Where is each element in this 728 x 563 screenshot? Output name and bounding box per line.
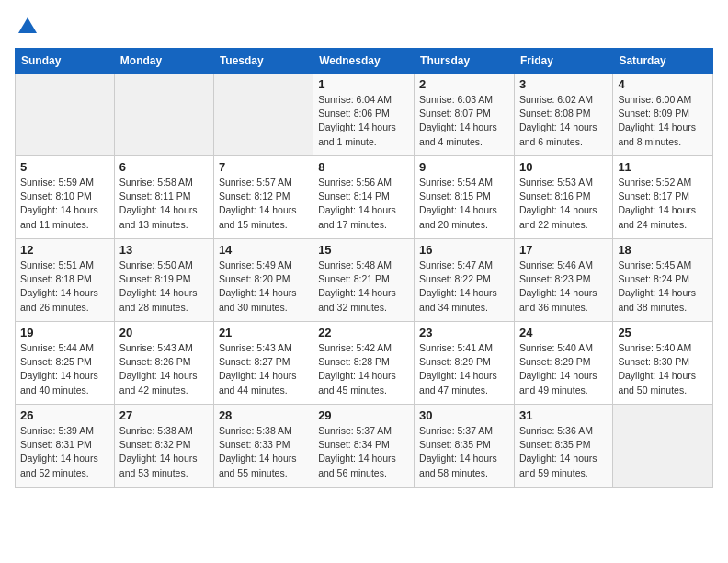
day-detail: Sunrise: 5:45 AM Sunset: 8:24 PM Dayligh… <box>618 259 708 315</box>
day-detail: Sunrise: 5:38 AM Sunset: 8:33 PM Dayligh… <box>219 424 308 480</box>
day-number: 25 <box>618 326 708 339</box>
day-detail: Sunrise: 5:37 AM Sunset: 8:34 PM Dayligh… <box>318 424 409 480</box>
day-detail: Sunrise: 6:02 AM Sunset: 8:08 PM Dayligh… <box>519 93 608 149</box>
day-number: 8 <box>318 160 409 174</box>
day-detail: Sunrise: 5:50 AM Sunset: 8:19 PM Dayligh… <box>119 259 209 315</box>
day-of-week-header: Tuesday <box>213 49 313 74</box>
calendar-day-cell: 5Sunrise: 5:59 AM Sunset: 8:10 PM Daylig… <box>16 156 115 239</box>
day-detail: Sunrise: 5:38 AM Sunset: 8:32 PM Dayligh… <box>119 424 209 480</box>
day-number: 17 <box>519 243 608 257</box>
day-detail: Sunrise: 5:41 AM Sunset: 8:29 PM Dayligh… <box>419 341 509 397</box>
day-number: 19 <box>20 326 109 339</box>
day-number: 4 <box>618 77 708 91</box>
calendar-day-cell: 31Sunrise: 5:36 AM Sunset: 8:35 PM Dayli… <box>514 405 612 488</box>
calendar-day-cell: 9Sunrise: 5:54 AM Sunset: 8:15 PM Daylig… <box>415 156 515 239</box>
day-number: 26 <box>20 408 109 422</box>
calendar-week-row: 1Sunrise: 6:04 AM Sunset: 8:06 PM Daylig… <box>16 74 713 156</box>
day-number: 10 <box>519 160 608 174</box>
calendar-header-row: SundayMondayTuesdayWednesdayThursdayFrid… <box>16 49 713 74</box>
calendar-day-cell: 14Sunrise: 5:49 AM Sunset: 8:20 PM Dayli… <box>213 239 313 322</box>
day-detail: Sunrise: 5:39 AM Sunset: 8:31 PM Dayligh… <box>20 424 109 480</box>
day-of-week-header: Saturday <box>613 49 713 74</box>
day-detail: Sunrise: 5:44 AM Sunset: 8:25 PM Dayligh… <box>20 341 109 397</box>
calendar-day-cell: 13Sunrise: 5:50 AM Sunset: 8:19 PM Dayli… <box>114 239 213 322</box>
calendar-day-cell: 6Sunrise: 5:58 AM Sunset: 8:11 PM Daylig… <box>114 156 213 239</box>
day-number: 31 <box>519 408 608 422</box>
calendar-day-cell: 29Sunrise: 5:37 AM Sunset: 8:34 PM Dayli… <box>313 405 415 488</box>
day-of-week-header: Thursday <box>415 49 515 74</box>
calendar-day-cell: 1Sunrise: 6:04 AM Sunset: 8:06 PM Daylig… <box>313 74 415 156</box>
day-number: 16 <box>419 243 509 257</box>
day-detail: Sunrise: 6:00 AM Sunset: 8:09 PM Dayligh… <box>618 93 708 149</box>
calendar-day-cell <box>16 74 115 156</box>
day-detail: Sunrise: 5:51 AM Sunset: 8:18 PM Dayligh… <box>20 259 109 315</box>
day-detail: Sunrise: 6:04 AM Sunset: 8:06 PM Dayligh… <box>318 93 409 149</box>
day-number: 3 <box>519 77 608 91</box>
calendar-week-row: 5Sunrise: 5:59 AM Sunset: 8:10 PM Daylig… <box>16 156 713 239</box>
day-detail: Sunrise: 5:58 AM Sunset: 8:11 PM Dayligh… <box>119 176 209 232</box>
day-detail: Sunrise: 5:52 AM Sunset: 8:17 PM Dayligh… <box>618 176 708 232</box>
calendar-day-cell <box>613 405 713 488</box>
calendar-day-cell: 20Sunrise: 5:43 AM Sunset: 8:26 PM Dayli… <box>114 322 213 405</box>
day-number: 5 <box>20 160 109 174</box>
day-number: 11 <box>618 160 708 174</box>
calendar-day-cell <box>114 74 213 156</box>
day-detail: Sunrise: 5:56 AM Sunset: 8:14 PM Dayligh… <box>318 176 409 232</box>
day-detail: Sunrise: 5:49 AM Sunset: 8:20 PM Dayligh… <box>219 259 308 315</box>
calendar-day-cell: 16Sunrise: 5:47 AM Sunset: 8:22 PM Dayli… <box>415 239 515 322</box>
day-detail: Sunrise: 5:57 AM Sunset: 8:12 PM Dayligh… <box>219 176 308 232</box>
day-number: 9 <box>419 160 509 174</box>
day-number: 1 <box>318 77 409 91</box>
day-of-week-header: Friday <box>514 49 612 74</box>
day-detail: Sunrise: 5:53 AM Sunset: 8:16 PM Dayligh… <box>519 176 608 232</box>
day-number: 7 <box>219 160 308 174</box>
calendar-day-cell: 26Sunrise: 5:39 AM Sunset: 8:31 PM Dayli… <box>16 405 115 488</box>
day-detail: Sunrise: 5:48 AM Sunset: 8:21 PM Dayligh… <box>318 259 409 315</box>
day-number: 12 <box>20 243 109 257</box>
day-number: 13 <box>119 243 209 257</box>
day-of-week-header: Wednesday <box>313 49 415 74</box>
calendar-week-row: 26Sunrise: 5:39 AM Sunset: 8:31 PM Dayli… <box>16 405 713 488</box>
calendar-day-cell: 25Sunrise: 5:40 AM Sunset: 8:30 PM Dayli… <box>613 322 713 405</box>
calendar-week-row: 12Sunrise: 5:51 AM Sunset: 8:18 PM Dayli… <box>16 239 713 322</box>
day-number: 14 <box>219 243 308 257</box>
calendar-day-cell: 11Sunrise: 5:52 AM Sunset: 8:17 PM Dayli… <box>613 156 713 239</box>
calendar-week-row: 19Sunrise: 5:44 AM Sunset: 8:25 PM Dayli… <box>16 322 713 405</box>
day-number: 21 <box>219 326 308 339</box>
day-number: 15 <box>318 243 409 257</box>
svg-marker-0 <box>18 17 37 33</box>
day-detail: Sunrise: 6:03 AM Sunset: 8:07 PM Dayligh… <box>419 93 509 149</box>
calendar-day-cell: 19Sunrise: 5:44 AM Sunset: 8:25 PM Dayli… <box>16 322 115 405</box>
day-detail: Sunrise: 5:54 AM Sunset: 8:15 PM Dayligh… <box>419 176 509 232</box>
day-detail: Sunrise: 5:46 AM Sunset: 8:23 PM Dayligh… <box>519 259 608 315</box>
calendar-day-cell <box>213 74 313 156</box>
day-of-week-header: Sunday <box>16 49 115 74</box>
calendar-day-cell: 15Sunrise: 5:48 AM Sunset: 8:21 PM Dayli… <box>313 239 415 322</box>
day-number: 30 <box>419 408 509 422</box>
page-header <box>15 15 713 37</box>
calendar-day-cell: 23Sunrise: 5:41 AM Sunset: 8:29 PM Dayli… <box>415 322 515 405</box>
calendar-day-cell: 4Sunrise: 6:00 AM Sunset: 8:09 PM Daylig… <box>613 74 713 156</box>
calendar-day-cell: 17Sunrise: 5:46 AM Sunset: 8:23 PM Dayli… <box>514 239 612 322</box>
calendar-day-cell: 7Sunrise: 5:57 AM Sunset: 8:12 PM Daylig… <box>213 156 313 239</box>
calendar-day-cell: 3Sunrise: 6:02 AM Sunset: 8:08 PM Daylig… <box>514 74 612 156</box>
day-number: 22 <box>318 326 409 339</box>
calendar-day-cell: 24Sunrise: 5:40 AM Sunset: 8:29 PM Dayli… <box>514 322 612 405</box>
calendar-day-cell: 10Sunrise: 5:53 AM Sunset: 8:16 PM Dayli… <box>514 156 612 239</box>
logo-icon <box>17 15 39 37</box>
day-number: 27 <box>119 408 209 422</box>
calendar-table: SundayMondayTuesdayWednesdayThursdayFrid… <box>15 48 713 488</box>
calendar-day-cell: 27Sunrise: 5:38 AM Sunset: 8:32 PM Dayli… <box>114 405 213 488</box>
day-number: 24 <box>519 326 608 339</box>
calendar-day-cell: 22Sunrise: 5:42 AM Sunset: 8:28 PM Dayli… <box>313 322 415 405</box>
day-of-week-header: Monday <box>114 49 213 74</box>
day-detail: Sunrise: 5:36 AM Sunset: 8:35 PM Dayligh… <box>519 424 608 480</box>
day-detail: Sunrise: 5:40 AM Sunset: 8:30 PM Dayligh… <box>618 341 708 397</box>
day-detail: Sunrise: 5:37 AM Sunset: 8:35 PM Dayligh… <box>419 424 509 480</box>
calendar-day-cell: 21Sunrise: 5:43 AM Sunset: 8:27 PM Dayli… <box>213 322 313 405</box>
day-detail: Sunrise: 5:42 AM Sunset: 8:28 PM Dayligh… <box>318 341 409 397</box>
day-number: 20 <box>119 326 209 339</box>
logo <box>15 15 39 37</box>
day-detail: Sunrise: 5:40 AM Sunset: 8:29 PM Dayligh… <box>519 341 608 397</box>
day-number: 18 <box>618 243 708 257</box>
